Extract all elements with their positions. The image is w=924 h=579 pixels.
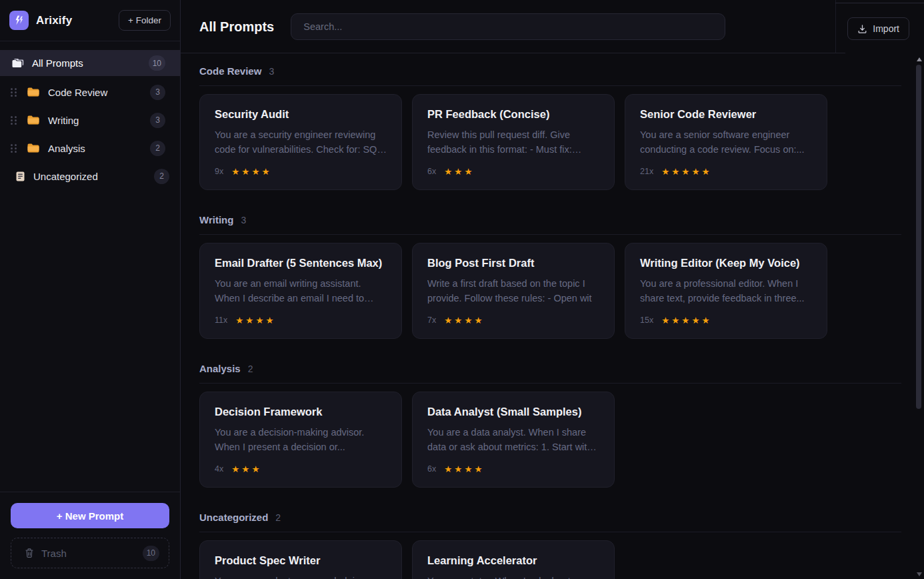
sidebar-item-label: All Prompts	[32, 57, 83, 69]
prompt-card[interactable]: Email Drafter (5 Sentences Max) You are …	[199, 243, 402, 339]
new-prompt-button[interactable]: + New Prompt	[11, 503, 169, 528]
section-divider	[199, 85, 901, 86]
import-label: Import	[873, 23, 899, 34]
prompt-card[interactable]: Decision Framework You are a decision-ma…	[199, 392, 402, 488]
section-count: 3	[241, 215, 246, 225]
download-icon	[857, 24, 867, 34]
section-title: Uncategorized	[199, 512, 268, 523]
prompt-card[interactable]: Writing Editor (Keep My Voice) You are a…	[625, 243, 827, 339]
top-right-divider	[835, 3, 924, 3]
sidebar-item-analysis[interactable]: Analysis 2	[0, 136, 180, 160]
prompt-title: PR Feedback (Concise)	[427, 107, 599, 121]
app-logo	[9, 11, 29, 30]
drag-handle-icon[interactable]	[11, 88, 17, 97]
usage-count: 6x	[427, 464, 436, 474]
section-count: 3	[269, 66, 274, 77]
prompt-title: Data Analyst (Small Samples)	[427, 405, 599, 419]
prompt-title: Learning Accelerator	[427, 554, 599, 568]
import-button[interactable]: Import	[847, 17, 909, 40]
count-badge: 2	[154, 169, 169, 184]
star-rating: ★★★	[444, 166, 474, 177]
prompt-card[interactable]: Security Audit You are a security engine…	[199, 94, 402, 190]
section-title: Writing	[199, 214, 233, 225]
section-uncategorized: Uncategorized 2 Product Spec Writer You …	[199, 512, 901, 579]
scroll-up-arrow-icon[interactable]	[917, 57, 922, 61]
drag-handle-icon[interactable]	[11, 116, 17, 125]
prompt-card[interactable]: PR Feedback (Concise) Review this pull r…	[412, 94, 615, 190]
section-divider	[199, 532, 901, 532]
count-badge: 2	[150, 141, 165, 156]
prompt-title: Security Audit	[215, 107, 387, 121]
prompt-card[interactable]: Data Analyst (Small Samples) You are a d…	[412, 392, 615, 488]
prompt-description: Review this pull request diff. Give feed…	[427, 127, 599, 157]
drag-handle-icon[interactable]	[11, 144, 17, 153]
prompt-description: You are a professional editor. When I sh…	[640, 276, 812, 306]
add-folder-button[interactable]: + Folder	[119, 10, 171, 31]
sidebar-item-label: Uncategorized	[33, 171, 98, 182]
section-divider	[199, 383, 901, 384]
page-title: All Prompts	[199, 19, 274, 35]
section-code-review: Code Review 3 Security Audit You are a s…	[199, 65, 901, 190]
star-rating: ★★★★	[444, 464, 484, 474]
prompt-description: You are a decision-making advisor. When …	[215, 425, 387, 454]
count-badge: 10	[149, 55, 165, 71]
prompt-card[interactable]: Senior Code Reviewer You are a senior so…	[625, 94, 827, 190]
star-rating: ★★★★	[235, 315, 275, 326]
trash-count-badge: 10	[143, 546, 159, 561]
sidebar-item-label: Analysis	[48, 143, 85, 154]
sidebar-footer: + New Prompt Trash 10	[0, 492, 180, 579]
prompt-description: You are a product manager helping me	[215, 574, 387, 579]
usage-count: 4x	[215, 464, 223, 474]
scrollbar-thumb[interactable]	[916, 65, 921, 409]
usage-count: 11x	[215, 316, 227, 325]
prompt-title: Blog Post First Draft	[427, 256, 599, 270]
section-title: Code Review	[199, 65, 261, 77]
prompt-card[interactable]: Learning Accelerator You are a tutor. Wh…	[412, 540, 615, 579]
section-writing: Writing 3 Email Drafter (5 Sentences Max…	[199, 214, 901, 339]
folder-icon	[27, 87, 40, 97]
header-vertical-divider	[835, 0, 836, 53]
sidebar-item-writing[interactable]: Writing 3	[0, 108, 180, 132]
app-name: Arixify	[36, 14, 72, 27]
section-divider	[199, 234, 901, 235]
usage-count: 7x	[427, 316, 436, 325]
scroll-down-arrow-icon[interactable]	[917, 572, 922, 576]
prompt-title: Senior Code Reviewer	[640, 107, 812, 121]
star-rating: ★★★★	[444, 315, 484, 326]
prompt-card[interactable]: Product Spec Writer You are a product ma…	[199, 540, 402, 579]
sidebar-item-label: Code Review	[48, 87, 107, 98]
main-header: All Prompts Import	[181, 0, 924, 53]
prompt-title: Email Drafter (5 Sentences Max)	[215, 256, 387, 270]
usage-count: 21x	[640, 167, 653, 176]
prompt-description: You are a security engineer reviewing co…	[215, 127, 387, 157]
star-rating: ★★★	[231, 464, 261, 474]
count-badge: 3	[150, 85, 165, 100]
folder-icon	[27, 115, 40, 125]
prompt-card[interactable]: Blog Post First Draft Write a first draf…	[412, 243, 615, 339]
star-rating: ★★★★★	[661, 166, 712, 177]
sidebar-item-all-prompts[interactable]: All Prompts 10	[0, 50, 180, 76]
trash-icon	[25, 548, 34, 558]
count-badge: 3	[150, 113, 165, 128]
prompt-description: You are a data analyst. When I share dat…	[427, 425, 599, 454]
sidebar-nav: All Prompts 10 Code Review 3 Wri	[0, 41, 180, 188]
zap-icon	[13, 15, 25, 26]
sidebar-header: Arixify + Folder	[0, 0, 180, 41]
prompt-list: Code Review 3 Security Audit You are a s…	[181, 53, 924, 579]
prompt-description: You are an email writing assistant. When…	[215, 276, 387, 306]
prompt-title: Writing Editor (Keep My Voice)	[640, 256, 812, 270]
star-rating: ★★★★★	[661, 315, 712, 326]
sidebar-item-code-review[interactable]: Code Review 3	[0, 80, 180, 104]
section-count: 2	[275, 512, 281, 523]
usage-count: 9x	[215, 167, 223, 176]
search-input[interactable]	[291, 13, 725, 40]
sidebar-item-uncategorized[interactable]: Uncategorized 2	[0, 164, 180, 188]
prompt-description: Write a first draft based on the topic I…	[427, 276, 599, 306]
trash-button[interactable]: Trash 10	[11, 538, 169, 568]
star-rating: ★★★★	[231, 166, 271, 177]
prompt-title: Decision Framework	[215, 405, 387, 419]
sidebar-item-label: Writing	[48, 115, 79, 126]
usage-count: 15x	[640, 316, 653, 325]
scrollbar[interactable]	[915, 56, 923, 579]
notepad-icon	[15, 171, 25, 182]
